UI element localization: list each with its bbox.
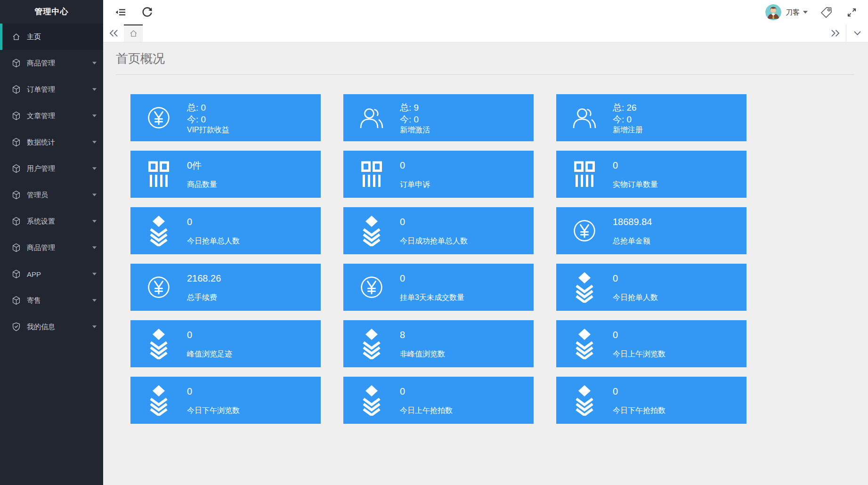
stat-card-text: 0 挂单3天未成交数量: [400, 273, 534, 302]
stat-card-values: 总: 0今: 0: [187, 102, 321, 125]
user-menu[interactable]: 刀客: [765, 4, 808, 20]
layers-icon: [556, 328, 613, 359]
stat-card-value: 0: [400, 217, 534, 227]
stat-card-label: 挂单3天未成交数量: [400, 293, 534, 302]
stat-card: 0 今日上午抢拍数: [343, 377, 534, 424]
caret-down-icon: [92, 246, 97, 249]
stat-card-text: 2168.26 总手续费: [187, 273, 321, 302]
stat-card-text: 0 今日抢单总人数: [187, 217, 321, 245]
stat-card-label: 今日上午浏览数: [613, 350, 746, 358]
users-icon: [343, 107, 400, 129]
sidebar-item-文章管理[interactable]: 文章管理: [0, 103, 103, 129]
double-chevron-right-icon[interactable]: [824, 24, 846, 42]
stat-card: 0件 商品数量: [130, 151, 321, 198]
sidebar-item-商品管理[interactable]: 商品管理: [0, 50, 103, 76]
cube-icon: [11, 164, 21, 173]
fullscreen-icon[interactable]: [847, 8, 857, 17]
stat-card: 8 非峰值浏览数: [343, 320, 534, 367]
stat-card-label: 商品数量: [187, 180, 321, 189]
stat-card-values: 总: 26今: 0: [613, 102, 746, 125]
topbar-right: 刀客: [765, 4, 868, 20]
yen-circle-icon: [343, 276, 400, 299]
stat-card-values: 0: [400, 217, 534, 227]
stat-card-value: 18689.84: [613, 217, 746, 227]
stat-card: 总: 26今: 0 新增注册: [556, 94, 746, 141]
sidebar-menu: 主页 商品管理 订单管理 文章管理 数据统计 用户管理 管理员 系统设置 商品管…: [0, 24, 103, 340]
stat-card-label: 订单申诉: [400, 180, 534, 189]
chevron-down-icon[interactable]: [846, 24, 868, 42]
stat-card-label: 今日上午抢拍数: [400, 406, 534, 415]
sidebar-item-商品管理[interactable]: 商品管理: [0, 234, 103, 261]
layers-icon: [343, 328, 400, 359]
stat-card-label: 总手续费: [187, 293, 321, 302]
refresh-icon[interactable]: [142, 7, 153, 18]
sidebar-item-APP[interactable]: APP: [0, 261, 103, 287]
sidebar-item-label: 商品管理: [27, 243, 103, 252]
caret-down-icon: [92, 220, 97, 223]
caret-down-icon: [92, 62, 97, 65]
stat-card-values: 0: [400, 273, 534, 283]
stat-card-label: 今日抢单总人数: [187, 237, 321, 245]
stat-card-value-line: 今: 0: [613, 113, 746, 125]
stat-card: 18689.84 总抢单金额: [556, 207, 746, 254]
stat-card-value-line: 总: 9: [400, 102, 534, 113]
stat-card-value: 2168.26: [187, 273, 321, 283]
sidebar-item-label: 商品管理: [27, 59, 103, 68]
app-title: 管理中心: [0, 0, 103, 24]
stat-card-label: 新增注册: [613, 126, 746, 134]
stat-cards-grid: 总: 0今: 0 VIP打款收益 总: 9今: 0 新增激活 总: 26今: 0…: [130, 94, 746, 424]
stat-card-label: 今日抢单人数: [613, 293, 746, 302]
stat-card-value-line: 今: 0: [400, 113, 534, 125]
sidebar-item-系统设置[interactable]: 系统设置: [0, 208, 103, 234]
tabbar: [103, 24, 868, 42]
stat-card-text: 0 今日下午浏览数: [187, 386, 321, 415]
stat-card-values: 18689.84: [613, 217, 746, 227]
stat-card-value: 0: [187, 217, 321, 227]
stat-card-text: 总: 26今: 0 新增注册: [613, 102, 746, 134]
cube-icon: [11, 243, 21, 252]
layers-icon: [556, 385, 613, 416]
sidebar-item-管理员[interactable]: 管理员: [0, 182, 103, 208]
menu-collapse-icon[interactable]: [115, 7, 126, 18]
stat-card-value: 0: [187, 386, 321, 396]
caret-down-icon: [92, 88, 97, 91]
sidebar-item-主页[interactable]: 主页: [0, 24, 103, 50]
cube-icon: [11, 85, 21, 94]
stat-card-value-line: 总: 0: [187, 102, 321, 113]
sidebar-item-我的信息[interactable]: 我的信息: [0, 314, 103, 340]
stat-card-values: 0: [187, 330, 321, 340]
stat-card: 0 今日抢单人数: [556, 264, 746, 311]
grid-icon: [343, 161, 400, 188]
sidebar-item-用户管理[interactable]: 用户管理: [0, 155, 103, 182]
tag-icon[interactable]: [820, 6, 833, 19]
sidebar-item-订单管理[interactable]: 订单管理: [0, 76, 103, 103]
stat-card-values: 0件: [187, 160, 321, 170]
stat-card-values: 8: [400, 330, 534, 340]
page-title: 首页概况: [116, 51, 165, 65]
stat-card: 0 今日下午浏览数: [130, 377, 321, 424]
cube-icon: [11, 191, 21, 199]
stat-card-text: 总: 0今: 0 VIP打款收益: [187, 102, 321, 134]
layers-icon: [556, 272, 613, 303]
stat-card-text: 0 今日下午抢拍数: [613, 386, 746, 415]
cube-icon: [11, 270, 21, 278]
layers-icon: [343, 215, 400, 246]
caret-down-icon: [92, 273, 97, 275]
stat-card-value: 0: [613, 160, 746, 170]
cube-icon: [11, 296, 21, 305]
yen-circle-icon: [130, 276, 187, 299]
tab-home[interactable]: [124, 24, 143, 42]
stat-card: 0 今日成功抢单总人数: [343, 207, 534, 254]
stat-card-value-line: 今: 0: [187, 113, 321, 125]
cube-icon: [11, 112, 21, 120]
sidebar-item-label: 数据统计: [27, 138, 103, 147]
sidebar-item-寄售[interactable]: 寄售: [0, 287, 103, 314]
sidebar-item-label: 订单管理: [27, 85, 103, 94]
stat-card-values: 0: [613, 160, 746, 170]
sidebar-item-数据统计[interactable]: 数据统计: [0, 129, 103, 155]
stat-card-label: 新增激活: [400, 126, 534, 134]
caret-down-icon: [92, 194, 97, 196]
double-chevron-left-icon[interactable]: [103, 24, 124, 42]
caret-down-icon: [92, 325, 97, 328]
users-icon: [556, 107, 613, 129]
